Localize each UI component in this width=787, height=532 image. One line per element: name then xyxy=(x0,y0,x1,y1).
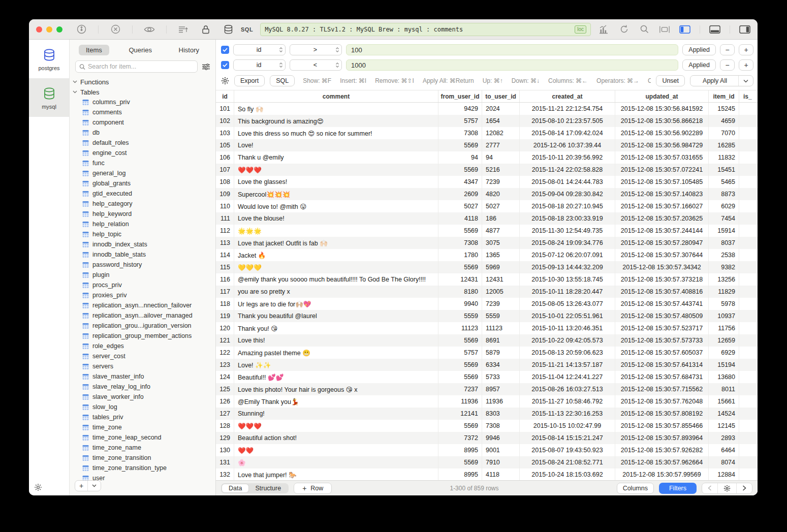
cell-comment[interactable]: @Emily Thank you💃 xyxy=(234,395,438,408)
cell-from_user_id[interactable]: 5569 xyxy=(438,164,482,176)
cell-to_user_id[interactable]: 1365 xyxy=(482,249,520,261)
cell-to_user_id[interactable]: 8303 xyxy=(482,408,520,420)
cell-updated_at[interactable]: 2015-12-08 15:30:57.408816 xyxy=(615,286,709,298)
cell-item_id[interactable]: 14524 xyxy=(709,408,739,420)
cell-id[interactable]: 126 xyxy=(216,395,234,408)
cell-is_[interactable] xyxy=(739,347,758,359)
cell-item_id[interactable]: 11829 xyxy=(709,286,739,298)
minimize-window-button[interactable] xyxy=(46,26,52,33)
column-header-id[interactable]: id xyxy=(216,90,234,102)
cell-id[interactable]: 124 xyxy=(216,371,234,383)
connection-mysql[interactable]: mysql xyxy=(29,78,69,117)
cell-is_[interactable] xyxy=(739,212,758,225)
cell-item_id[interactable]: 15245 xyxy=(709,103,739,115)
cell-item_id[interactable]: 12659 xyxy=(709,334,739,347)
cell-id[interactable]: 118 xyxy=(216,298,234,310)
cell-comment[interactable]: Amazing pastel theme 😬 xyxy=(234,347,438,359)
disconnect-icon[interactable] xyxy=(110,24,121,35)
sidebar-table-item[interactable]: replication_group_member_actions xyxy=(73,331,215,341)
sidebar-table-item[interactable]: procs_priv xyxy=(73,280,215,290)
connection-status-icon[interactable] xyxy=(76,24,87,35)
cell-is_[interactable] xyxy=(739,408,758,420)
toggle-bottom-panel-icon[interactable] xyxy=(709,24,720,35)
table-row[interactable]: 114Jacket 🔥178013652015-07-12 06:20:07.0… xyxy=(216,249,758,261)
cell-updated_at[interactable]: 2015-12-08 15:30:57.762048 xyxy=(615,395,709,408)
prev-page-button[interactable] xyxy=(702,483,717,493)
cell-item_id[interactable]: 15661 xyxy=(709,395,739,408)
tab-history[interactable]: History xyxy=(172,45,206,55)
tab-structure[interactable]: Structure xyxy=(248,484,288,492)
sidebar-table-item[interactable]: func xyxy=(73,158,215,168)
table-row[interactable]: 116@emily thank you soooo much beautiful… xyxy=(216,273,758,286)
cell-created_at[interactable]: 2015-08-26 16:03:27.513 xyxy=(520,383,615,395)
cell-to_user_id[interactable]: 2777 xyxy=(482,139,520,151)
cell-created_at[interactable]: 2015-11-04 12:24:41.227 xyxy=(520,371,615,383)
sidebar-table-item[interactable]: innodb_table_stats xyxy=(73,249,215,260)
cell-id[interactable]: 123 xyxy=(216,359,234,371)
tab-queries[interactable]: Queries xyxy=(121,45,159,55)
remove-filter-button[interactable]: − xyxy=(720,44,735,55)
cell-to_user_id[interactable]: 3075 xyxy=(482,237,520,249)
cell-updated_at[interactable]: 2015-12-08 15:30:57.893964 xyxy=(615,432,709,444)
cell-is_[interactable] xyxy=(739,432,758,444)
cell-updated_at[interactable]: 2015-12-08 15:30:57.203625 xyxy=(615,212,709,225)
cell-comment[interactable]: Thank you beautiful @laurel xyxy=(234,310,438,322)
cell-comment[interactable]: 💛💛💛 xyxy=(234,261,438,273)
export-button[interactable]: Export xyxy=(234,75,265,86)
sidebar-table-item[interactable]: slow_log xyxy=(73,402,215,412)
cell-item_id[interactable]: 6464 xyxy=(709,444,739,456)
refresh-icon[interactable] xyxy=(618,24,629,35)
cell-comment[interactable]: Love! ✨✨ xyxy=(234,359,438,371)
sidebar-table-item[interactable]: time_zone_transition xyxy=(73,453,215,463)
cell-comment[interactable]: Supercool💥💥💥 xyxy=(234,188,438,200)
table-row[interactable]: 107❤️❤️❤️556952162015-11-24 22:02:58.828… xyxy=(216,164,758,176)
cell-item_id[interactable]: 12145 xyxy=(709,420,739,432)
cell-to_user_id[interactable]: 4877 xyxy=(482,225,520,237)
search-input[interactable] xyxy=(88,63,194,70)
cell-updated_at[interactable]: 2015-12-08 15:30:57.105485 xyxy=(615,176,709,188)
cell-created_at[interactable]: 2015-10-11 18:28:20.447 xyxy=(520,286,615,298)
sidebar-table-item[interactable]: plugin xyxy=(73,270,215,280)
cell-updated_at[interactable]: 2015-12-08 15:30:57.480509 xyxy=(615,310,709,322)
cell-to_user_id[interactable]: 6334 xyxy=(482,359,520,371)
cell-is_[interactable] xyxy=(739,395,758,408)
cell-id[interactable]: 127 xyxy=(216,408,234,420)
chevron-down-icon[interactable] xyxy=(738,76,753,86)
cell-is_[interactable] xyxy=(739,383,758,395)
cell-is_[interactable] xyxy=(739,176,758,188)
column-header-from_user_id[interactable]: from_user_id xyxy=(438,90,482,102)
table-row[interactable]: 113Love that jacket! Outfit is fab 🙌🏻730… xyxy=(216,237,758,249)
sidebar-table-item[interactable]: db xyxy=(73,128,215,138)
table-row[interactable]: 130❤️❤️899590012015-08-07 19:43:50.92320… xyxy=(216,444,758,456)
sidebar-table-item[interactable]: time_zone xyxy=(73,422,215,432)
add-filter-button[interactable]: + xyxy=(739,59,753,71)
sidebar-table-item[interactable]: help_category xyxy=(73,199,215,209)
cell-updated_at[interactable]: 2015-12-08 15:30:57.605037 xyxy=(615,347,709,359)
cell-is_[interactable] xyxy=(739,200,758,212)
cell-to_user_id[interactable]: 94 xyxy=(482,151,520,164)
table-row[interactable]: 111Love the blouse!41181862015-08-18 23:… xyxy=(216,212,758,225)
cell-is_[interactable] xyxy=(739,261,758,273)
unset-button[interactable]: Unset xyxy=(656,75,685,86)
cell-is_[interactable] xyxy=(739,456,758,468)
cell-from_user_id[interactable]: 5757 xyxy=(438,115,482,127)
preview-eye-icon[interactable] xyxy=(144,24,155,35)
cell-comment[interactable]: Thank u @emily xyxy=(234,151,438,164)
table-row[interactable]: 117you are so pretty x8180120052015-10-1… xyxy=(216,286,758,298)
sidebar-table-item[interactable]: help_topic xyxy=(73,229,215,239)
sidebar-table-item[interactable]: comments xyxy=(73,107,215,117)
cell-comment[interactable]: you are so pretty x xyxy=(234,286,438,298)
cell-updated_at[interactable]: 2015-12-08 15:30:57.855466 xyxy=(615,420,709,432)
cell-id[interactable]: 108 xyxy=(216,176,234,188)
cell-id[interactable]: 106 xyxy=(216,151,234,164)
cell-updated_at[interactable]: 2015-12-08 15:30:57.641314 xyxy=(615,359,709,371)
cell-from_user_id[interactable]: 4118 xyxy=(438,212,482,225)
cell-id[interactable]: 109 xyxy=(216,188,234,200)
cell-id[interactable]: 132 xyxy=(216,468,234,480)
cell-is_[interactable] xyxy=(739,273,758,286)
cell-created_at[interactable]: 2015-10-22 09:42:05.573 xyxy=(520,334,615,347)
cell-from_user_id[interactable]: 7308 xyxy=(438,127,482,139)
sidebar-table-item[interactable]: columns_priv xyxy=(73,97,215,107)
applied-button[interactable]: Applied xyxy=(682,44,716,55)
cell-from_user_id[interactable]: 7372 xyxy=(438,432,482,444)
